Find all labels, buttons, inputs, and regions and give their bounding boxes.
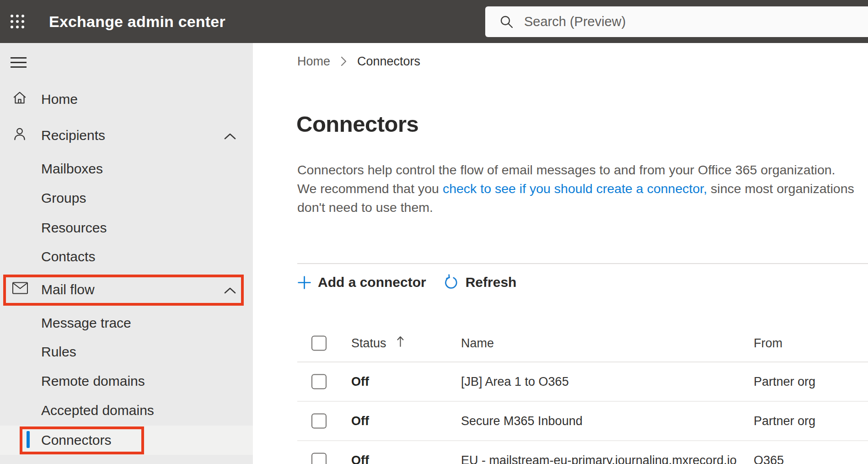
app-launcher-icon[interactable] [9, 13, 26, 30]
create-connector-check-link[interactable]: check to see if you should create a conn… [443, 181, 707, 196]
page-description: Connectors help control the flow of emai… [297, 161, 857, 217]
chevron-up-icon[interactable] [224, 128, 236, 143]
sidebar-item-label: Contacts [41, 249, 95, 264]
mail-icon [12, 282, 28, 298]
command-bar: Add a connector Refresh [297, 270, 516, 295]
sidebar-item-mailboxes[interactable]: Mailboxes [0, 154, 253, 183]
select-row-checkbox[interactable] [311, 453, 327, 464]
sidebar-item-label: Groups [41, 190, 86, 206]
sidebar-item-home[interactable]: Home [0, 85, 253, 114]
chevron-up-icon[interactable] [224, 282, 236, 297]
connector-name[interactable]: [JB] Area 1 to O365 [461, 375, 569, 389]
main-content: Home Connectors Connectors Connectors he… [253, 43, 868, 464]
search-box[interactable] [485, 6, 868, 37]
sidebar-item-label: Mail flow [41, 282, 95, 297]
sidebar-item-connectors[interactable]: Connectors [0, 426, 253, 455]
sidebar-item-accepted-domains[interactable]: Accepted domains [0, 396, 253, 425]
sidebar-item-label: Message trace [41, 315, 131, 331]
sidebar-item-label: Remote domains [41, 373, 145, 389]
sidebar-item-label: Mailboxes [41, 161, 103, 177]
plus-icon [297, 275, 311, 290]
sidebar-item-label: Recipients [41, 128, 105, 143]
table-row[interactable]: Off Secure M365 Inbound Partner org [297, 402, 868, 441]
sidebar-item-label: Accepted domains [41, 403, 154, 418]
select-row-checkbox[interactable] [311, 374, 327, 389]
left-navigation: Home Recipients Mailboxes Groups Resourc… [0, 43, 253, 464]
table-row[interactable]: Off [JB] Area 1 to O365 Partner org [297, 362, 868, 402]
search-input[interactable] [524, 6, 844, 37]
sidebar-item-message-trace[interactable]: Message trace [0, 308, 253, 338]
breadcrumb-current: Connectors [357, 54, 420, 69]
select-row-checkbox[interactable] [311, 414, 327, 429]
column-header-from[interactable]: From [754, 336, 782, 351]
search-icon [499, 14, 514, 32]
sidebar-item-label: Home [41, 92, 78, 107]
chevron-right-icon [340, 56, 347, 67]
connector-status: Off [351, 414, 369, 428]
column-header-status[interactable]: Status [351, 336, 386, 351]
breadcrumb-home-link[interactable]: Home [297, 54, 330, 69]
sidebar-item-resources[interactable]: Resources [0, 213, 253, 243]
connector-name[interactable]: Secure M365 Inbound [461, 414, 583, 428]
sidebar-item-label: Resources [41, 220, 107, 236]
sidebar-item-recipients[interactable]: Recipients [0, 121, 253, 150]
sidebar-item-rules[interactable]: Rules [0, 337, 253, 367]
select-all-checkbox[interactable] [311, 336, 327, 351]
sidebar-item-contacts[interactable]: Contacts [0, 242, 253, 271]
connector-from: O365 [754, 453, 784, 464]
sidebar-item-label: Rules [41, 344, 76, 360]
connector-status: Off [351, 375, 369, 389]
add-connector-label: Add a connector [318, 275, 426, 290]
add-connector-button[interactable]: Add a connector [297, 275, 426, 290]
app-title: Exchange admin center [49, 0, 225, 43]
sidebar-item-mail-flow[interactable]: Mail flow [0, 275, 253, 304]
column-header-name[interactable]: Name [461, 336, 494, 351]
selected-item-accent-bar [27, 431, 30, 448]
breadcrumb: Home Connectors [297, 53, 420, 70]
toolbar-divider [297, 263, 868, 264]
table-header-row: Status Name From [297, 325, 868, 362]
connector-status: Off [351, 453, 369, 464]
refresh-icon [444, 274, 459, 291]
sidebar-item-remote-domains[interactable]: Remote domains [0, 367, 253, 396]
refresh-label: Refresh [466, 275, 517, 290]
top-app-bar: Exchange admin center [0, 0, 868, 43]
connector-from: Partner org [754, 414, 815, 428]
page-title: Connectors [296, 111, 418, 137]
table-row[interactable]: Off EU - mailstream-eu-primary.journalin… [297, 441, 868, 464]
connectors-table: Status Name From Off [JB] Area 1 to O365… [297, 325, 868, 464]
connector-from: Partner org [754, 375, 815, 389]
home-icon [12, 90, 27, 109]
connector-name[interactable]: EU - mailstream-eu-primary.journaling.mx… [461, 453, 737, 464]
nav-collapse-icon[interactable] [11, 57, 27, 67]
sidebar-item-label: Connectors [41, 432, 111, 448]
sort-ascending-icon[interactable] [396, 335, 404, 351]
person-icon [12, 126, 27, 145]
sidebar-item-groups[interactable]: Groups [0, 183, 253, 213]
refresh-button[interactable]: Refresh [444, 274, 517, 291]
